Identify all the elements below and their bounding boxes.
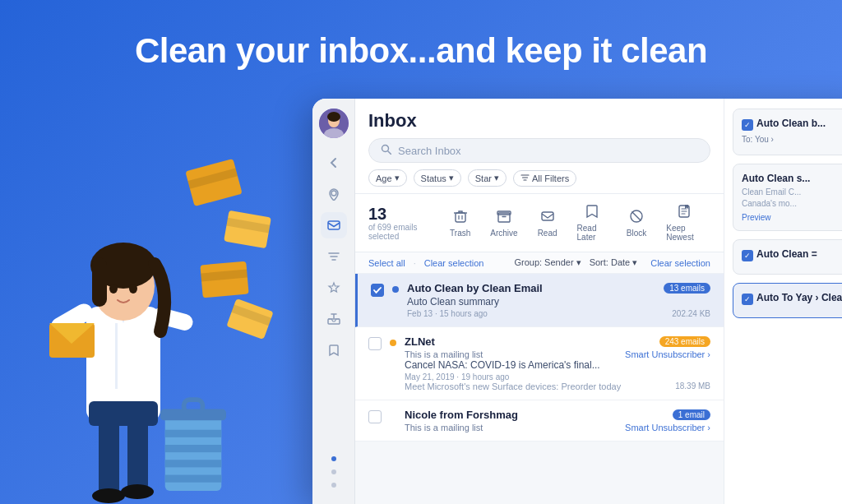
email-checkbox-1[interactable] <box>371 284 384 297</box>
email-sender-row-3: Nicole from Forshmag 1 email <box>405 409 710 421</box>
sidebar-inbox-icon[interactable] <box>321 306 347 332</box>
preview-card-3[interactable]: ✓ Auto Clean = <box>733 239 842 275</box>
action-block[interactable]: Block <box>618 206 655 241</box>
preview-title-4: Auto To Yay › Clean <box>756 292 842 303</box>
svg-point-14 <box>129 284 137 294</box>
filter-star[interactable]: Star ▾ <box>468 169 507 187</box>
action-toolbar: 13 of 699 emails selected Trash Archive <box>355 194 724 252</box>
illustration-area <box>0 99 312 504</box>
action-keep-newest-label: Keep Newest <box>666 224 702 242</box>
svg-rect-29 <box>328 221 340 229</box>
email-count-badge-2: 243 emails <box>659 336 710 347</box>
avatar-image <box>319 109 349 138</box>
action-archive[interactable]: Archive <box>482 206 525 241</box>
sidebar-bookmark-icon[interactable] <box>321 337 347 363</box>
filter-row: Age ▾ Status ▾ Star ▾ All Filters <box>368 169 710 187</box>
email-size-1: 202.24 KB <box>672 309 710 318</box>
svg-rect-16 <box>89 401 158 426</box>
preview-card-4[interactable]: ✓ Auto To Yay › Clean <box>733 283 842 318</box>
svg-rect-23 <box>184 400 203 413</box>
email-item-2[interactable]: ZLNet 243 emails This is a mailing list … <box>355 327 724 400</box>
svg-rect-21 <box>165 475 222 483</box>
chevron-down-icon: ▾ <box>395 173 400 183</box>
svg-line-33 <box>388 151 391 155</box>
chevron-down-icon-2: ▾ <box>449 173 454 183</box>
email-subject-1: Auto Clean summary <box>407 296 710 307</box>
selection-total: of 699 emails selected <box>368 223 428 241</box>
svg-point-28 <box>331 191 336 196</box>
read-later-icon <box>585 204 599 222</box>
clear-selection-link[interactable]: Clear selection <box>424 258 484 268</box>
action-trash-label: Trash <box>450 229 470 238</box>
smart-unsub-3[interactable]: Smart Unsubscriber › <box>625 423 710 432</box>
email-date-2: May 21, 2019 · 19 hours ago <box>405 372 509 381</box>
email-meta-2: May 21, 2019 · 19 hours ago <box>405 372 710 381</box>
email-sender-2: ZLNet <box>405 335 435 348</box>
svg-point-13 <box>109 284 118 294</box>
preview-title-3: Auto Clean = <box>756 248 817 260</box>
avatar[interactable] <box>319 109 349 138</box>
checkmark-icon-1 <box>373 287 382 294</box>
sidebar-mail-icon[interactable] <box>321 212 347 238</box>
smart-unsub-2[interactable]: Smart Unsubscriber › <box>625 349 710 359</box>
preview-card-1-header: ✓ Auto Clean b... <box>742 118 842 132</box>
preview-text-2: Clean Email C...Canada's mo... <box>742 187 842 210</box>
filter-all[interactable]: All Filters <box>513 170 576 187</box>
email-mailing-row-3: This is a mailing list Smart Unsubscribe… <box>405 423 710 432</box>
action-keep-newest[interactable]: Keep Newest <box>658 201 710 245</box>
email-preview-2: Meet Microsoft's new Surface devices: Pr… <box>405 381 621 391</box>
preview-card-2[interactable]: Auto Clean s... Clean Email C...Canada's… <box>733 164 842 231</box>
action-trash[interactable]: Trash <box>442 206 479 241</box>
filter-age[interactable]: Age ▾ <box>368 169 407 187</box>
action-read[interactable]: Read <box>530 206 566 241</box>
email-item-1[interactable]: Auto Clean by Clean Email 13 emails Auto… <box>355 274 724 327</box>
preview-card-3-header: ✓ Auto Clean = <box>742 248 842 262</box>
sidebar-filter-icon[interactable] <box>321 243 347 270</box>
app-window: Inbox Search Inbox Age ▾ Status ▾ Star ▾… <box>312 99 842 504</box>
sort-by[interactable]: Sort: Date ▾ <box>590 257 638 268</box>
email-list: Auto Clean by Clean Email 13 emails Auto… <box>355 274 724 504</box>
inbox-title: Inbox <box>368 110 710 132</box>
sidebar <box>312 99 355 504</box>
group-by[interactable]: Group: Sender ▾ <box>514 257 581 268</box>
divider-1: · <box>414 258 416 268</box>
selection-count: 13 <box>368 205 428 223</box>
email-size-2: 18.39 MB <box>675 381 710 391</box>
email-meta-1: Feb 13 · 15 hours ago 202.24 KB <box>407 309 710 318</box>
action-read-later[interactable]: Read Later <box>569 201 615 245</box>
preview-title-1: Auto Clean b... <box>756 118 826 129</box>
email-checkbox-3[interactable] <box>368 410 382 423</box>
email-body-3: Nicole from Forshmag 1 email This is a m… <box>405 409 710 432</box>
selection-info: 13 of 699 emails selected <box>368 205 428 241</box>
nav-dot-2 <box>331 469 336 474</box>
sidebar-star-icon[interactable] <box>321 275 347 301</box>
email-mailing-label-3: This is a mailing list <box>405 423 483 432</box>
preview-card-1[interactable]: ✓ Auto Clean b... To: You › <box>733 109 842 155</box>
filter-status[interactable]: Status ▾ <box>414 169 461 187</box>
email-item-3[interactable]: Nicole from Forshmag 1 email This is a m… <box>355 400 724 442</box>
sidebar-location-icon[interactable] <box>321 181 347 207</box>
select-all-link[interactable]: Select all <box>368 258 405 268</box>
preview-checkbox-3[interactable]: ✓ <box>742 250 753 261</box>
clear-selection-right[interactable]: Clear selection <box>650 258 710 268</box>
svg-rect-18 <box>165 430 222 437</box>
email-count-badge-1: 13 emails <box>664 283 710 294</box>
svg-rect-34 <box>456 213 465 222</box>
email-body-1: Auto Clean by Clean Email 13 emails Auto… <box>407 282 710 318</box>
action-read-label: Read <box>538 229 557 238</box>
group-sort: Group: Sender ▾ Sort: Date ▾ <box>514 257 637 268</box>
preview-checkbox-1[interactable]: ✓ <box>742 119 753 131</box>
sidebar-back-icon[interactable] <box>321 150 347 176</box>
preview-link-2[interactable]: Preview <box>742 213 842 222</box>
email-mailing-row-2: This is a mailing list Smart Unsubscribe… <box>405 349 710 359</box>
filter-icon-svg <box>520 173 530 183</box>
search-bar[interactable]: Search Inbox <box>368 138 710 163</box>
unread-dot-2 <box>390 340 396 346</box>
svg-rect-20 <box>165 460 222 468</box>
email-body-2: ZLNet 243 emails This is a mailing list … <box>405 335 710 391</box>
email-sender-1: Auto Clean by Clean Email <box>407 282 543 294</box>
preview-checkbox-4[interactable]: ✓ <box>742 294 753 305</box>
email-checkbox-2[interactable] <box>368 337 382 350</box>
block-icon <box>629 209 644 227</box>
svg-rect-12 <box>92 257 107 307</box>
